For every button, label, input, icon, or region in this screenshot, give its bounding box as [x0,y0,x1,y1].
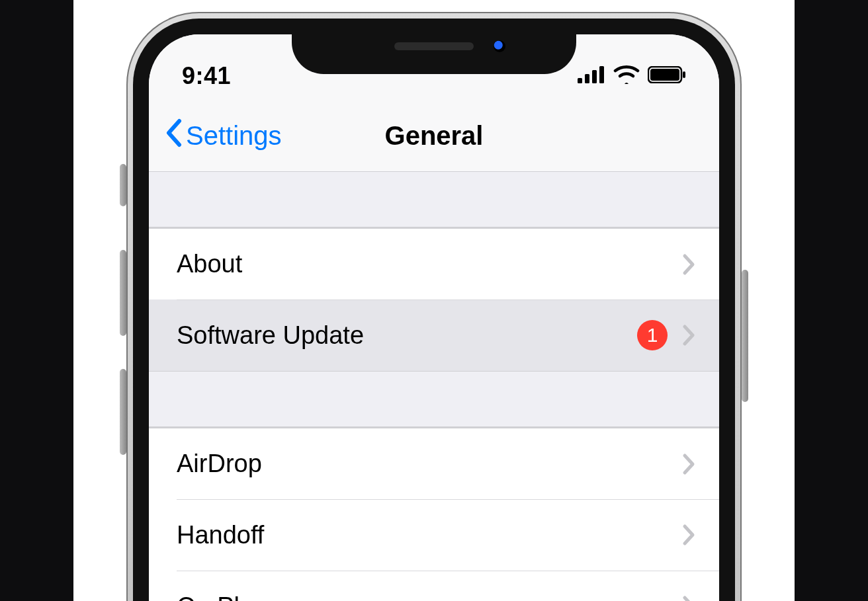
group-spacer [149,172,719,227]
svg-rect-2 [592,70,597,83]
speaker-grille [394,42,474,50]
row-handoff[interactable]: Handoff [149,499,719,571]
settings-group: AirDrop Handoff CarPlay [149,427,719,601]
chevron-right-icon [682,453,695,475]
settings-group: About Software Update 1 [149,227,719,372]
row-label: Handoff [177,521,682,549]
svg-rect-5 [650,69,679,81]
photo-background: 9:41 [73,0,795,601]
notch [292,19,576,74]
screen: 9:41 [149,34,719,601]
chevron-left-icon [165,118,183,153]
svg-rect-6 [683,71,685,78]
back-button[interactable]: Settings [165,118,282,153]
mute-switch [120,164,126,206]
wifi-icon [613,65,640,87]
settings-list[interactable]: About Software Update 1 [149,172,719,601]
volume-down-button [120,369,126,455]
chevron-right-icon [682,324,695,346]
phone-frame: 9:41 [126,12,742,601]
page-title: General [385,121,484,151]
row-label: CarPlay [177,592,682,602]
row-about[interactable]: About [149,228,719,300]
svg-rect-1 [585,74,589,83]
row-label: AirDrop [177,450,682,478]
svg-rect-0 [578,78,582,83]
row-carplay[interactable]: CarPlay [149,571,719,601]
svg-rect-3 [599,66,604,83]
notification-badge: 1 [637,320,668,350]
status-time: 9:41 [182,62,231,90]
chevron-right-icon [682,524,695,546]
chevron-right-icon [682,253,695,276]
back-label: Settings [186,121,282,151]
row-airdrop[interactable]: AirDrop [149,428,719,499]
group-spacer [149,372,719,427]
front-camera [494,40,505,52]
battery-icon [648,66,686,86]
row-label: Software Update [177,321,637,350]
cellular-icon [578,66,605,86]
navigation-bar: Settings General [149,100,719,172]
chevron-right-icon [682,595,695,601]
side-button [742,270,748,402]
row-software-update[interactable]: Software Update 1 [149,300,719,371]
volume-up-button [120,250,126,336]
row-label: About [177,250,682,278]
